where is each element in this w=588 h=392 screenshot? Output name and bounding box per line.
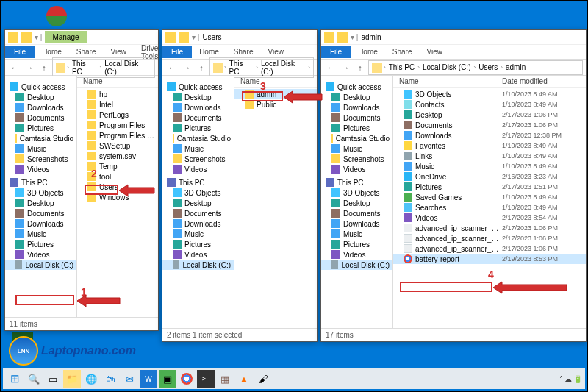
file-item[interactable]: Pictures2/17/2023 1:51 PM bbox=[393, 182, 586, 192]
sidebar-item[interactable]: Documents bbox=[162, 113, 234, 123]
sidebar-item[interactable]: Videos bbox=[162, 164, 234, 174]
sidebar-item-pictures[interactable]: Pictures bbox=[5, 239, 76, 249]
file-item[interactable]: Downloads2/17/2023 12:38 PM bbox=[393, 130, 586, 140]
sidebar-item[interactable]: Documents bbox=[321, 113, 392, 123]
sidebar-item[interactable]: 3D Objects bbox=[162, 188, 234, 198]
app-button[interactable]: W bbox=[140, 370, 157, 388]
sidebar-item[interactable]: Downloads bbox=[321, 218, 392, 229]
system-tray[interactable]: ˄ ☁ 🔋 bbox=[559, 375, 582, 383]
tab-home[interactable]: Home bbox=[192, 46, 226, 58]
sidebar-item[interactable]: Desktop bbox=[162, 198, 234, 208]
tab-file[interactable]: File bbox=[5, 46, 35, 58]
file-item[interactable]: Music1/10/2023 8:49 AM bbox=[393, 161, 586, 171]
file-item[interactable]: OneDrive2/16/2023 3:23 AM bbox=[393, 171, 586, 182]
sidebar-item[interactable]: Camtasia Studio bbox=[321, 133, 392, 143]
sidebar-item-downloads[interactable]: Downloads bbox=[5, 102, 76, 113]
sidebar-item[interactable]: Pictures bbox=[321, 123, 392, 133]
tab-share[interactable]: Share bbox=[385, 46, 420, 58]
folder-item[interactable]: Temp bbox=[77, 161, 158, 171]
sidebar-item[interactable]: Videos bbox=[321, 164, 392, 174]
sidebar-item[interactable]: Pictures bbox=[162, 239, 234, 249]
sidebar-item-documents[interactable]: Documents bbox=[5, 113, 76, 123]
sidebar-item[interactable]: Music bbox=[162, 229, 234, 239]
sidebar-item-local-disk[interactable]: Local Disk (C:) bbox=[5, 260, 76, 270]
sidebar-item[interactable]: Music bbox=[321, 229, 392, 239]
breadcrumb[interactable]: › This PC › Local Disk (C:) › bbox=[209, 57, 314, 78]
folder-item[interactable]: Program Files (x86) bbox=[77, 130, 158, 140]
sidebar-item-pictures[interactable]: Pictures bbox=[5, 123, 76, 133]
file-item[interactable]: advanced_ip_scanner_Comments.bin2/17/202… bbox=[393, 233, 586, 243]
mail-button[interactable]: ✉ bbox=[121, 370, 138, 388]
desktop-icon-app[interactable] bbox=[38, 6, 75, 28]
file-item[interactable]: Desktop2/17/2023 1:06 PM bbox=[393, 110, 586, 120]
file-item[interactable]: Links1/10/2023 8:49 AM bbox=[393, 151, 586, 161]
folder-item[interactable]: system.sav bbox=[77, 151, 158, 161]
tab-share[interactable]: Share bbox=[226, 46, 261, 58]
breadcrumb[interactable]: › This PC › Local Disk (C:) › Users › ad… bbox=[368, 60, 583, 75]
sidebar-item[interactable]: Pictures bbox=[162, 123, 234, 133]
folder-item-admin[interactable]: admin bbox=[234, 89, 317, 99]
file-item[interactable]: Videos2/17/2023 8:54 AM bbox=[393, 213, 586, 223]
terminal-button[interactable]: >_ bbox=[197, 370, 215, 388]
sidebar-item-local-disk[interactable]: Local Disk (C:) bbox=[321, 260, 392, 270]
folder-item[interactable]: tool bbox=[77, 171, 158, 182]
column-name[interactable]: Name bbox=[80, 77, 155, 85]
folder-item-users[interactable]: Users bbox=[77, 182, 158, 192]
sidebar-item-music[interactable]: Music bbox=[5, 229, 76, 239]
forward-button[interactable]: → bbox=[339, 61, 352, 74]
sidebar-item-local-disk[interactable]: Local Disk (C:) bbox=[162, 260, 234, 270]
tray-battery-icon[interactable]: 🔋 bbox=[573, 375, 582, 383]
sidebar-this-pc[interactable]: This PC bbox=[5, 177, 76, 188]
start-button[interactable]: ⊞ bbox=[6, 370, 24, 388]
tab-manage[interactable]: Manage bbox=[45, 31, 86, 43]
sidebar-item[interactable]: Desktop bbox=[321, 92, 392, 102]
sidebar-item[interactable]: Camtasia Studio bbox=[162, 133, 234, 143]
sidebar-item[interactable]: Downloads bbox=[321, 102, 392, 113]
column-headers[interactable]: Name Date modified bbox=[393, 76, 586, 88]
vlc-button[interactable]: ▲ bbox=[235, 370, 253, 388]
sidebar-item[interactable]: Screenshots bbox=[321, 154, 392, 164]
folder-item[interactable]: Windows bbox=[77, 192, 158, 202]
file-item[interactable]: Searches1/10/2023 8:49 AM bbox=[393, 202, 586, 213]
sidebar-item[interactable]: 3D Objects bbox=[321, 188, 392, 198]
tray-onedrive-icon[interactable]: ☁ bbox=[564, 375, 572, 383]
column-date[interactable]: Date modified bbox=[502, 77, 583, 85]
tab-view[interactable]: View bbox=[420, 46, 451, 58]
file-item[interactable]: Contacts1/10/2023 8:49 AM bbox=[393, 99, 586, 110]
column-name[interactable]: Name bbox=[237, 77, 314, 85]
tab-view[interactable]: View bbox=[104, 46, 135, 58]
sidebar-quick-access[interactable]: Quick access bbox=[5, 82, 76, 92]
edge-button[interactable]: 🌐 bbox=[82, 370, 100, 388]
sidebar-item[interactable]: Pictures bbox=[321, 239, 392, 249]
sidebar-item[interactable]: Documents bbox=[162, 208, 234, 218]
sidebar-item-music[interactable]: Music bbox=[5, 143, 76, 154]
sidebar-item-3d[interactable]: 3D Objects bbox=[5, 188, 76, 198]
column-name[interactable]: Name bbox=[396, 77, 502, 85]
tab-file[interactable]: File bbox=[321, 46, 351, 58]
back-button[interactable]: ← bbox=[8, 61, 21, 74]
sidebar-item-downloads[interactable]: Downloads bbox=[5, 218, 76, 229]
sidebar-item-documents[interactable]: Documents bbox=[5, 208, 76, 218]
sidebar-this-pc[interactable]: This PC bbox=[162, 177, 234, 188]
file-item[interactable]: advanced_ip_scanner_MAC.bin2/17/2023 1:0… bbox=[393, 243, 586, 254]
sidebar-item-desktop[interactable]: Desktop bbox=[5, 92, 76, 102]
tab-share[interactable]: Share bbox=[69, 46, 104, 58]
file-item[interactable]: 3D Objects1/10/2023 8:49 AM bbox=[393, 89, 586, 99]
sidebar-this-pc[interactable]: This PC bbox=[321, 177, 392, 188]
up-button[interactable]: ↑ bbox=[195, 61, 208, 74]
column-headers[interactable]: Name bbox=[77, 76, 158, 88]
app-button[interactable]: ▦ bbox=[216, 370, 234, 388]
folder-item[interactable]: PerfLogs bbox=[77, 110, 158, 120]
tab-home[interactable]: Home bbox=[351, 46, 385, 58]
file-item-battery-report[interactable]: battery-report2/19/2023 8:53 PM bbox=[393, 254, 586, 264]
search-button[interactable]: 🔍 bbox=[25, 370, 43, 388]
store-button[interactable]: 🛍 bbox=[101, 370, 119, 388]
sidebar-item[interactable]: Screenshots bbox=[162, 154, 234, 164]
sidebar-item-videos[interactable]: Videos bbox=[5, 249, 76, 260]
sidebar-item-screenshots[interactable]: Screenshots bbox=[5, 154, 76, 164]
back-button[interactable]: ← bbox=[324, 61, 337, 74]
sidebar-item-desktop[interactable]: Desktop bbox=[5, 198, 76, 208]
sidebar-item[interactable]: Documents bbox=[321, 208, 392, 218]
forward-button[interactable]: → bbox=[23, 61, 36, 74]
app-button[interactable]: 🖌 bbox=[254, 370, 272, 388]
